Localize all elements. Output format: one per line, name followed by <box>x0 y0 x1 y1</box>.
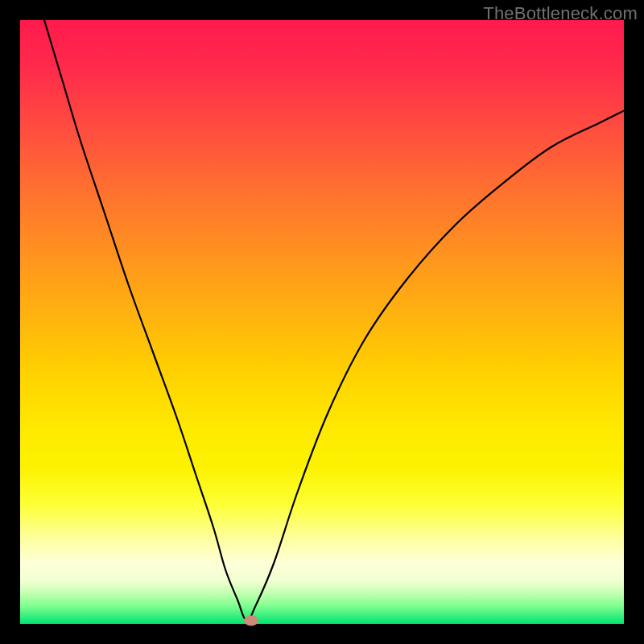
gradient-plot-area <box>20 20 624 624</box>
minimum-marker <box>244 615 258 625</box>
watermark-text: TheBottleneck.com <box>483 3 638 24</box>
